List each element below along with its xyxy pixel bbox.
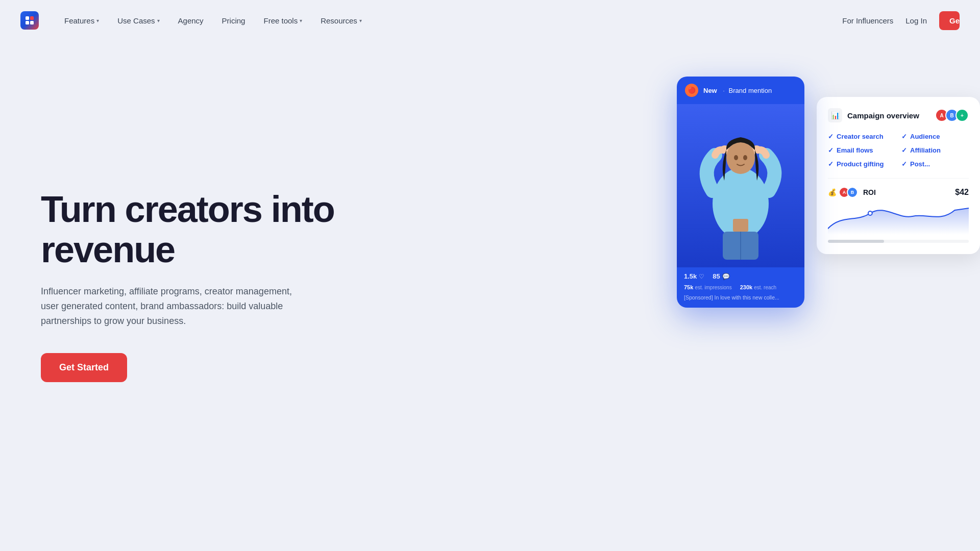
roi-avatar-2: B	[847, 187, 858, 198]
check-creator-search: ✓ Creator search	[828, 133, 895, 140]
roi-icon: 💰	[828, 188, 837, 196]
creator-stats: 1.5k ♡ 85 💬	[684, 272, 797, 280]
get-started-button[interactable]: Get Started	[41, 353, 127, 382]
svg-point-11	[868, 211, 872, 215]
logo[interactable]	[20, 11, 39, 30]
nav-cta-button[interactable]: Get	[939, 11, 960, 30]
roi-label: ROI	[863, 188, 950, 196]
brand-mention-label: New · Brand mention	[703, 87, 772, 94]
hero-visuals: 🔴 New · Brand mention	[677, 66, 980, 308]
campaign-header: 📊 Campaign overview A B +	[828, 108, 969, 122]
est-impressions: 75k est. impressions	[684, 284, 732, 290]
likes-stat: 1.5k ♡	[684, 272, 704, 280]
nav-use-cases[interactable]: Use Cases ▾	[110, 12, 166, 29]
avatar-3: +	[955, 109, 969, 122]
hero-text-block: Turn creators into revenue Influencer ma…	[41, 189, 334, 382]
login-link[interactable]: Log In	[905, 16, 927, 25]
roi-chart	[828, 204, 969, 235]
campaign-panel: 📊 Campaign overview A B + ✓ Creator sear…	[817, 97, 980, 254]
check-audience: ✓ Audience	[901, 133, 969, 140]
hero-section: Turn creators into revenue Influencer ma…	[0, 41, 980, 500]
for-influencers-link[interactable]: For Influencers	[842, 16, 893, 25]
logo-icon	[20, 11, 39, 30]
check-email-flows: ✓ Email flows	[828, 146, 895, 154]
creator-card: 🔴 New · Brand mention	[677, 77, 804, 308]
chevron-down-icon: ▾	[96, 18, 99, 23]
check-product-gifting: ✓ Product gifting	[828, 160, 895, 168]
chevron-down-icon: ▾	[359, 18, 362, 23]
creator-card-footer: 1.5k ♡ 85 💬 75k est. impressions 230k	[677, 267, 804, 308]
checklist-grid: ✓ Creator search ✓ Audience ✓ Email flow…	[828, 133, 969, 168]
check-post: ✓ Post...	[901, 160, 969, 168]
hero-subtitle: Influencer marketing, affiliate programs…	[41, 284, 306, 328]
svg-rect-0	[26, 16, 29, 20]
roi-row: 💰 A B ROI $42	[828, 187, 969, 198]
svg-rect-3	[30, 21, 34, 24]
svg-rect-2	[26, 21, 29, 24]
comments-stat: 85 💬	[713, 272, 729, 280]
svg-rect-1	[30, 16, 34, 20]
svg-point-7	[743, 155, 747, 160]
nav-features[interactable]: Features ▾	[57, 12, 106, 29]
creator-caption: [Sponsored] In love with this new colle.…	[684, 294, 797, 300]
nav-agency[interactable]: Agency	[171, 12, 211, 29]
roi-value: $42	[955, 188, 969, 197]
nav-links: Features ▾ Use Cases ▾ Agency Pricing Fr…	[57, 12, 842, 29]
nav-pricing[interactable]: Pricing	[215, 12, 253, 29]
scroll-hint	[828, 240, 969, 243]
chevron-down-icon: ▾	[300, 18, 302, 23]
scroll-thumb	[828, 240, 884, 243]
hero-title: Turn creators into revenue	[41, 189, 334, 270]
creator-card-header: 🔴 New · Brand mention	[677, 77, 804, 104]
navbar: Features ▾ Use Cases ▾ Agency Pricing Fr…	[0, 0, 980, 41]
campaign-title: Campaign overview	[847, 111, 933, 120]
est-reach: 230k est. reach	[740, 284, 776, 290]
nav-free-tools[interactable]: Free tools ▾	[256, 12, 309, 29]
nav-resources[interactable]: Resources ▾	[313, 12, 369, 29]
campaign-icon: 📊	[828, 108, 842, 122]
divider	[828, 178, 969, 179]
svg-point-6	[734, 155, 738, 160]
creator-image	[677, 104, 804, 267]
nav-right: For Influencers Log In Get	[842, 11, 960, 30]
roi-avatars: A B	[842, 187, 858, 198]
brand-icon: 🔴	[685, 84, 698, 97]
check-affiliation: ✓ Affiliation	[901, 146, 969, 154]
chevron-down-icon: ▾	[157, 18, 160, 23]
impressions-row: 75k est. impressions 230k est. reach	[684, 284, 797, 290]
avatar-stack: A B +	[938, 109, 969, 122]
svg-point-5	[726, 141, 755, 174]
svg-rect-10	[733, 219, 748, 232]
